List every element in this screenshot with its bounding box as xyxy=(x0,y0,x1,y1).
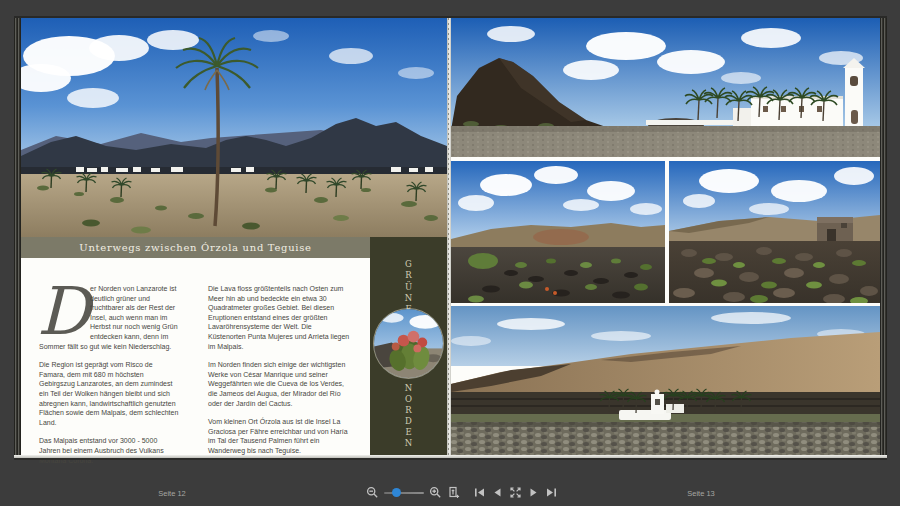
page-stack-edge-left xyxy=(14,18,21,455)
left-page: Unterwegs zwischen Órzola und Teguise De… xyxy=(21,18,447,455)
text-column-1: Der Norden von Lanzarote ist deutlich gr… xyxy=(39,284,180,474)
paragraph: Im Norden finden sich einige der wichtig… xyxy=(208,360,351,408)
next-page-icon[interactable] xyxy=(527,486,540,499)
spread-bottom-shadow xyxy=(14,458,887,460)
photobook-viewer: Unterwegs zwischen Órzola und Teguise De… xyxy=(0,0,900,506)
drop-cap: D xyxy=(37,286,85,338)
photo-stone-walls-vines xyxy=(669,161,880,303)
side-word-norden: N O R D E N xyxy=(370,383,447,449)
body-text-area: Der Norden von Lanzarote ist deutlich gr… xyxy=(21,258,370,455)
paragraph: Vom kleinen Ort Órzola aus ist die Insel… xyxy=(208,417,351,455)
chapter-title-bar: Unterwegs zwischen Órzola und Teguise xyxy=(21,237,370,258)
right-page-number-label: Seite 13 xyxy=(666,489,736,498)
photo-haria-panorama xyxy=(451,306,880,455)
chapter-side-panel: G R Ü N E R xyxy=(370,237,447,455)
zoom-out-icon[interactable] xyxy=(366,486,379,499)
photo-valley-farmland xyxy=(451,161,665,303)
fit-screen-icon[interactable] xyxy=(509,486,522,499)
photo-volcano-church xyxy=(451,18,880,157)
paragraph: Die Lava floss größtenteils nach Osten z… xyxy=(208,284,351,351)
photo-cactus-circle xyxy=(374,309,443,378)
zoom-in-icon[interactable] xyxy=(429,486,442,499)
last-page-icon[interactable] xyxy=(545,486,558,499)
previous-page-icon[interactable] xyxy=(491,486,504,499)
paragraph: Das Malpais entstand vor 3000 - 5000 Jah… xyxy=(39,436,180,465)
text-column-2: Die Lava floss größtenteils nach Osten z… xyxy=(208,284,351,465)
viewer-toolbar xyxy=(366,485,558,500)
fit-page-icon[interactable] xyxy=(447,486,460,499)
page-stack-edge-right xyxy=(880,18,887,455)
paragraph: Die Region ist geprägt vom Risco de Fama… xyxy=(39,360,180,427)
zoom-slider-handle[interactable] xyxy=(392,488,401,497)
first-page-icon[interactable] xyxy=(473,486,486,499)
photo-palm-landscape xyxy=(21,18,447,237)
paragraph: Der Norden von Lanzarote ist deutlich gr… xyxy=(39,284,180,351)
right-page xyxy=(451,18,880,455)
zoom-slider[interactable] xyxy=(384,486,424,499)
chapter-title: Unterwegs zwischen Órzola und Teguise xyxy=(79,242,311,253)
zoom-slider-track[interactable] xyxy=(384,492,424,494)
left-page-number-label: Seite 12 xyxy=(137,489,207,498)
